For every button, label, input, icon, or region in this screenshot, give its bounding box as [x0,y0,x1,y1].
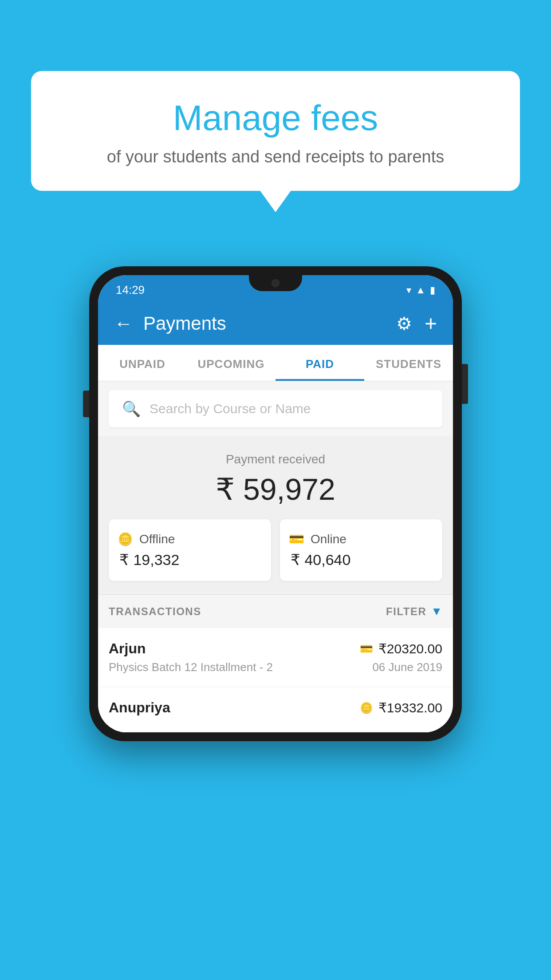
online-card: 💳 Online ₹ 40,640 [280,519,442,581]
transaction-row-anupriya[interactable]: Anupriya 🪙 ₹19332.00 [98,687,453,732]
app-bar: ← Payments ⚙ + [98,302,453,345]
status-time: 14:29 [116,283,145,297]
filter-label: FILTER [386,605,426,618]
transaction-amount-area-arjun: 💳 ₹20320.00 [360,641,442,656]
transaction-top-arjun: Arjun 💳 ₹20320.00 [109,640,442,657]
camera [272,279,279,287]
app-bar-title: Payments [143,313,226,334]
bubble-title: Manage fees [53,98,498,138]
card-payment-icon: 💳 [360,643,373,655]
transaction-bottom-arjun: Physics Batch 12 Installment - 2 06 June… [109,660,442,674]
transaction-date-arjun: 06 June 2019 [372,660,442,674]
phone-mockup: 14:29 ▾ ▲ ▮ ← Payments ⚙ + [89,266,462,741]
payment-summary: Payment received ₹ 59,972 🪙 Offline ₹ 19… [98,436,453,594]
payment-cards: 🪙 Offline ₹ 19,332 💳 Online ₹ 40,640 [109,519,442,581]
settings-icon[interactable]: ⚙ [396,313,412,334]
transaction-name-anupriya: Anupriya [109,699,170,716]
tab-unpaid[interactable]: UNPAID [98,345,187,381]
status-icons: ▾ ▲ ▮ [406,285,435,296]
phone-outer: 14:29 ▾ ▲ ▮ ← Payments ⚙ + [89,266,462,741]
online-card-header: 💳 Online [289,532,433,546]
filter-icon: ▼ [431,605,442,618]
battery-icon: ▮ [430,285,435,296]
transaction-amount-anupriya: ₹19332.00 [378,700,442,715]
offline-label: Offline [139,532,175,546]
app-bar-right: ⚙ + [396,313,437,334]
offline-amount: ₹ 19,332 [118,551,262,569]
phone-screen: 14:29 ▾ ▲ ▮ ← Payments ⚙ + [98,275,453,732]
transaction-row[interactable]: Arjun 💳 ₹20320.00 Physics Batch 12 Insta… [98,628,453,687]
transaction-amount-area-anupriya: 🪙 ₹19332.00 [360,700,442,715]
tabs-container: UNPAID UPCOMING PAID STUDENTS [98,345,453,381]
tab-paid[interactable]: PAID [276,345,364,381]
transactions-header: TRANSACTIONS FILTER ▼ [98,594,453,628]
status-bar: 14:29 ▾ ▲ ▮ [98,275,453,302]
speech-bubble: Manage fees of your students and send re… [31,71,520,191]
back-button[interactable]: ← [114,314,133,333]
payment-received-label: Payment received [109,452,442,466]
search-icon: 🔍 [122,400,141,418]
transaction-name-arjun: Arjun [109,640,146,657]
online-label: Online [311,532,346,546]
search-bar[interactable]: 🔍 Search by Course or Name [109,390,442,427]
filter-button[interactable]: FILTER ▼ [386,605,442,618]
online-amount: ₹ 40,640 [289,551,433,569]
transactions-label: TRANSACTIONS [109,605,201,618]
bubble-subtitle: of your students and send receipts to pa… [53,147,498,166]
signal-icon: ▲ [416,285,425,296]
wifi-icon: ▾ [406,285,411,296]
transaction-course-arjun: Physics Batch 12 Installment - 2 [109,660,273,674]
search-container: 🔍 Search by Course or Name [98,381,453,436]
offline-card-header: 🪙 Offline [118,532,262,546]
offline-payment-icon: 🪙 [360,702,373,714]
transaction-amount-arjun: ₹20320.00 [378,641,442,656]
add-button[interactable]: + [425,313,437,334]
notch [249,275,302,291]
offline-icon: 🪙 [118,532,133,546]
search-placeholder: Search by Course or Name [150,401,311,416]
tab-upcoming[interactable]: UPCOMING [187,345,276,381]
online-icon: 💳 [289,532,304,546]
offline-card: 🪙 Offline ₹ 19,332 [109,519,271,581]
total-payment-amount: ₹ 59,972 [109,472,442,507]
app-bar-left: ← Payments [114,313,226,334]
tab-students[interactable]: STUDENTS [364,345,453,381]
transaction-top-anupriya: Anupriya 🪙 ₹19332.00 [109,699,442,716]
